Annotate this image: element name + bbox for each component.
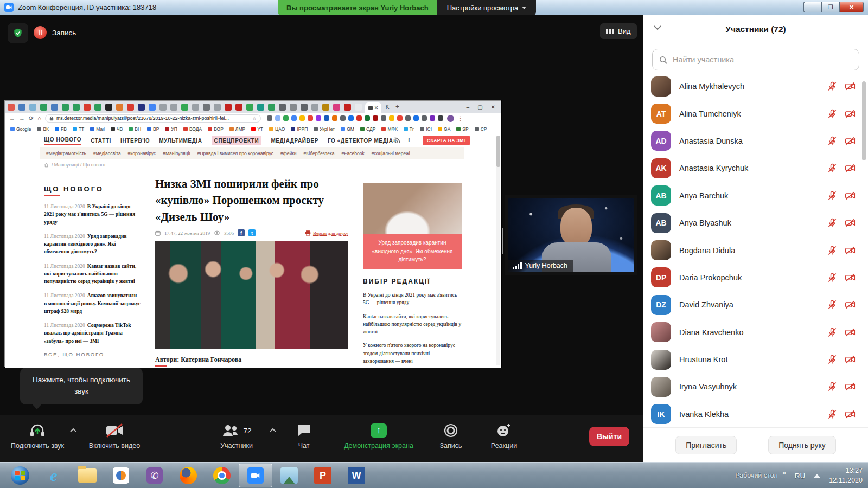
pinned-tab[interactable]	[192, 104, 199, 111]
video-tile[interactable]: Yuriy Horbach	[508, 198, 634, 272]
participant-row[interactable]: AD Anastasia Dunska	[643, 127, 864, 155]
site-nav-item[interactable]: МЕДІАДРАЙВЕР	[271, 138, 318, 144]
extension-icons[interactable]	[267, 115, 443, 121]
pinned-tab[interactable]	[8, 104, 15, 111]
participant-row[interactable]: AB Anya Barchuk	[643, 182, 864, 209]
participants-button[interactable]: 72 Участники	[205, 421, 268, 450]
new-tab-button[interactable]: +	[395, 103, 399, 111]
bookmark-item[interactable]: GA	[438, 126, 450, 132]
bookmark-item[interactable]: СР	[475, 126, 487, 132]
join-audio-button[interactable]: Подключить звук	[4, 421, 71, 450]
bookmark-item[interactable]: УП	[165, 126, 177, 132]
twitter-share-icon[interactable]: t	[248, 229, 256, 236]
photos-icon[interactable]	[272, 464, 306, 487]
bookmark-item[interactable]: ВР	[147, 126, 159, 132]
editors-choice-item[interactable]: Kantar назвав сайти, які користувались н…	[363, 313, 462, 336]
participant-row[interactable]: DZ David Zhvaniya	[643, 291, 864, 318]
participants-options-chevron[interactable]	[269, 428, 277, 433]
invite-button[interactable]: Пригласить	[675, 436, 737, 454]
sidebar-image[interactable]	[363, 183, 462, 234]
page-scrollbar[interactable]	[496, 136, 500, 365]
news-item[interactable]: 11 Листопада 2020Amazon звинуватили в мо…	[44, 292, 141, 315]
reactions-button[interactable]: Реакции	[480, 421, 528, 450]
pinned-tab[interactable]	[214, 104, 221, 111]
news-item[interactable]: 11 Листопада 2020Kantar назвав сайти, як…	[44, 262, 141, 286]
pinned-tab[interactable]	[203, 104, 210, 111]
extension-icon[interactable]	[324, 115, 329, 121]
browser-tab-k[interactable]: K	[381, 104, 393, 110]
news-item[interactable]: 11 Листопада 2020Уряд запровадив каранти…	[44, 233, 141, 256]
extension-icon[interactable]	[373, 115, 378, 121]
start-video-button[interactable]: Включить видео	[81, 421, 148, 450]
search-input[interactable]	[672, 55, 852, 65]
tag-link[interactable]: #Кібербезпека	[304, 151, 335, 156]
browser-window-controls[interactable]: –▢✕	[467, 104, 501, 110]
extension-icon[interactable]	[438, 115, 443, 121]
minimize-button[interactable]: —	[803, 2, 821, 12]
editors-choice-item[interactable]: У кожного п'ятого хворого на коронавірус…	[363, 342, 462, 365]
start-button[interactable]	[3, 464, 37, 487]
browser-menu-icon[interactable]: ⋮	[458, 115, 463, 121]
pinned-tab[interactable]	[355, 104, 362, 111]
file-explorer-icon[interactable]	[71, 464, 104, 487]
extension-icon[interactable]	[422, 115, 427, 121]
view-button[interactable]: Вид	[600, 23, 637, 39]
pinned-tab[interactable]	[105, 104, 112, 111]
extension-icon[interactable]	[365, 115, 370, 121]
rss-icon[interactable]	[394, 137, 400, 143]
extension-icon[interactable]	[397, 115, 403, 121]
show-desktop-label[interactable]: Рабочий стол	[735, 472, 777, 479]
extension-icon[interactable]	[267, 115, 272, 121]
extension-icon[interactable]	[348, 115, 354, 121]
sidebar-image-caption[interactable]: Уряд запровадив карантин «вихідного дня»…	[363, 234, 462, 269]
extension-icon[interactable]	[405, 115, 411, 121]
pinned-tab[interactable]	[73, 104, 80, 111]
back-icon[interactable]: ←	[9, 115, 15, 121]
facebook-icon[interactable]: f	[408, 137, 410, 143]
extension-icon[interactable]	[283, 115, 289, 121]
participant-row[interactable]: Iryna Vasyuhnyk	[643, 373, 864, 400]
bookmark-item[interactable]: ЧВ	[111, 126, 123, 132]
pinned-tab[interactable]	[290, 104, 297, 111]
extension-icon[interactable]	[316, 115, 321, 121]
bookmark-item[interactable]: ІСІ	[420, 126, 432, 132]
chat-button[interactable]: Чат	[286, 421, 321, 450]
bookmark-item[interactable]: ЦАО	[269, 126, 285, 132]
extension-icon[interactable]	[308, 115, 313, 121]
tile-drag-handle[interactable]	[502, 228, 506, 254]
participant-row[interactable]: AB Anya Blyashuk	[643, 209, 864, 236]
pinned-tab[interactable]	[138, 104, 145, 111]
pinned-tab[interactable]	[51, 104, 58, 111]
tray-expand-icon[interactable]	[814, 474, 820, 478]
pinned-tab[interactable]	[257, 104, 264, 111]
firefox-icon[interactable]	[171, 464, 205, 487]
language-indicator[interactable]: RU	[795, 472, 806, 480]
pinned-tab[interactable]	[246, 104, 253, 111]
close-button[interactable]: ✕	[839, 2, 864, 12]
audio-options-chevron[interactable]	[69, 428, 77, 433]
bookmark-item[interactable]: ІРРП	[291, 126, 308, 132]
bookmark-item[interactable]: Google	[10, 126, 31, 132]
active-tab[interactable]: ✕	[365, 102, 381, 113]
pinned-tab[interactable]	[159, 104, 167, 111]
tag-link[interactable]: #медіаосвіта	[93, 151, 121, 156]
extension-icon[interactable]	[291, 115, 297, 121]
pinned-tab[interactable]	[344, 104, 351, 111]
extension-icon[interactable]	[356, 115, 362, 121]
extension-icon[interactable]	[340, 115, 346, 121]
home-icon[interactable]: ⌂	[37, 115, 41, 121]
site-nav-item[interactable]: СТАТТІ	[91, 138, 111, 144]
zoom-taskbar-icon[interactable]	[239, 464, 272, 487]
extension-icon[interactable]	[299, 115, 305, 121]
bookmark-item[interactable]: ВОДА	[183, 126, 202, 132]
tag-link[interactable]: #Правда і вимисел про коронавірус	[197, 151, 273, 156]
participant-row[interactable]: DP Daria Prokopchuk	[643, 264, 864, 291]
tag-link[interactable]: #соціальні мережі	[372, 151, 410, 156]
chrome-icon[interactable]	[205, 464, 239, 487]
security-shield-button[interactable]	[8, 23, 28, 43]
extension-icon[interactable]	[275, 115, 280, 121]
pinned-tab[interactable]	[268, 104, 275, 111]
pinned-tab[interactable]	[18, 104, 25, 111]
viber-icon[interactable]: ✆	[138, 464, 171, 487]
tag-link[interactable]: #Facebook	[342, 151, 365, 156]
